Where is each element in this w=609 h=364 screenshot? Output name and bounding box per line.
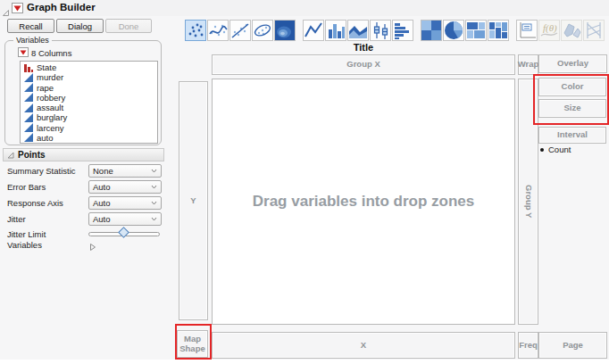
smoother-chart-icon[interactable] bbox=[207, 20, 229, 41]
chevron-down-icon bbox=[151, 201, 157, 205]
continuous-column-icon bbox=[24, 113, 33, 122]
ellipse-chart-icon[interactable] bbox=[252, 20, 273, 41]
summary-statistic-label: Summary Statistic bbox=[7, 166, 76, 176]
column-name: robbery bbox=[37, 93, 65, 103]
drop-zone-size[interactable]: Size bbox=[538, 99, 606, 118]
continuous-column-icon bbox=[24, 133, 33, 142]
column-name: burglary bbox=[37, 112, 67, 122]
column-name: larceny bbox=[37, 123, 64, 133]
page-title: Graph Builder bbox=[27, 2, 96, 12]
drop-zone-page[interactable]: Page bbox=[538, 332, 607, 359]
caption-box-icon[interactable] bbox=[516, 20, 538, 41]
empty-plot-message: Drag variables into drop zones bbox=[253, 193, 474, 211]
drop-zone-x[interactable]: X bbox=[212, 332, 515, 359]
bottom-margin bbox=[0, 360, 609, 364]
continuous-column-icon bbox=[24, 103, 33, 112]
continuous-column-icon bbox=[24, 93, 33, 102]
formula-icon[interactable]: f(θ) bbox=[538, 20, 560, 41]
drop-zone-map-shape[interactable]: Map Shape bbox=[177, 330, 208, 358]
treemap-chart-icon[interactable] bbox=[465, 20, 487, 41]
red-triangle-icon bbox=[13, 5, 21, 12]
box-plot-chart-icon[interactable] bbox=[370, 20, 391, 41]
count-marker-icon bbox=[540, 148, 544, 152]
drop-zone-freq[interactable]: Freq bbox=[518, 332, 538, 359]
continuous-column-icon bbox=[24, 123, 33, 132]
contour-chart-icon[interactable] bbox=[274, 20, 296, 41]
columns-count-label: 8 Columns bbox=[31, 48, 71, 58]
element-type-toolbar: f(θ) bbox=[185, 20, 609, 41]
list-item-murder[interactable]: murder bbox=[21, 72, 157, 82]
plot-area[interactable]: Drag variables into drop zones bbox=[212, 79, 515, 325]
drop-zone-color[interactable]: Color bbox=[538, 78, 606, 96]
drop-zone-group-y[interactable]: Group Y bbox=[518, 79, 538, 325]
list-item-assault[interactable]: assault bbox=[21, 103, 157, 112]
drop-zone-overlay[interactable]: Overlay bbox=[538, 54, 607, 73]
summary-statistic-select[interactable]: None bbox=[88, 164, 162, 178]
summary-statistic-value: None bbox=[93, 166, 113, 176]
collapse-triangle-icon bbox=[7, 152, 14, 159]
area-chart-icon[interactable] bbox=[347, 20, 369, 41]
legend-count-label: Count bbox=[548, 145, 571, 154]
columns-red-triangle-button[interactable] bbox=[18, 47, 29, 57]
window-header: Graph Builder bbox=[0, 0, 609, 16]
chevron-down-icon bbox=[151, 169, 157, 173]
toolbar-group-extras: f(θ) bbox=[516, 20, 605, 41]
response-axis-value: Auto bbox=[93, 198, 111, 208]
column-name: assault bbox=[37, 103, 63, 112]
mosaic-chart-icon[interactable] bbox=[488, 20, 509, 41]
line-chart-icon[interactable] bbox=[303, 20, 324, 41]
error-bars-select[interactable]: Auto bbox=[88, 180, 162, 194]
jitter-select[interactable]: Auto bbox=[88, 212, 162, 226]
points-chart-icon[interactable] bbox=[185, 20, 206, 41]
column-name: rape bbox=[37, 83, 54, 93]
continuous-column-icon bbox=[24, 73, 33, 82]
line-of-fit-chart-icon[interactable] bbox=[229, 20, 251, 41]
list-item-larceny[interactable]: larceny bbox=[21, 123, 157, 133]
column-list: State murder rape robbery assault burgla… bbox=[20, 61, 158, 144]
svg-text:f(θ): f(θ) bbox=[543, 22, 557, 34]
variables-row-label: Variables bbox=[7, 240, 42, 250]
toolbar-group-lines-bars bbox=[303, 20, 413, 41]
graph-title: Title bbox=[212, 42, 515, 53]
points-panel-header[interactable]: Points bbox=[3, 148, 164, 161]
drop-zone-interval[interactable]: Interval bbox=[538, 127, 606, 144]
parallel-plot-icon[interactable] bbox=[583, 20, 605, 41]
response-axis-select[interactable]: Auto bbox=[88, 196, 162, 210]
chevron-down-icon bbox=[151, 217, 157, 221]
list-item-robbery[interactable]: robbery bbox=[21, 93, 157, 103]
nominal-column-icon bbox=[24, 63, 33, 72]
map-shapes-icon[interactable] bbox=[561, 20, 582, 41]
chevron-down-icon bbox=[151, 185, 157, 189]
toolbar-group-areas bbox=[421, 20, 509, 41]
error-bars-value: Auto bbox=[93, 182, 111, 192]
recall-button[interactable]: Recall bbox=[7, 19, 54, 33]
toolbar-group-points bbox=[185, 20, 296, 41]
legend-item-count: Count bbox=[540, 145, 571, 154]
heatmap-chart-icon[interactable] bbox=[421, 20, 442, 41]
error-bars-label: Error Bars bbox=[7, 182, 46, 192]
list-item-rape[interactable]: rape bbox=[21, 83, 157, 93]
drop-zone-y[interactable]: Y bbox=[179, 81, 208, 320]
list-item-auto[interactable]: auto bbox=[21, 133, 157, 143]
points-panel-title: Points bbox=[18, 150, 46, 160]
done-button[interactable]: Done bbox=[105, 19, 152, 33]
histogram-chart-icon[interactable] bbox=[392, 20, 413, 41]
variables-panel-title: Variables bbox=[13, 36, 52, 45]
list-item-burglary[interactable]: burglary bbox=[21, 112, 157, 122]
disclosure-right-icon bbox=[89, 243, 96, 252]
drop-zone-wrap[interactable]: Wrap bbox=[518, 54, 538, 75]
response-axis-label: Response Axis bbox=[7, 198, 63, 208]
list-item-state[interactable]: State bbox=[21, 62, 157, 72]
bar-chart-icon[interactable] bbox=[325, 20, 346, 41]
pie-chart-icon[interactable] bbox=[443, 20, 464, 41]
jitter-label: Jitter bbox=[7, 214, 26, 224]
drop-zone-group-x[interactable]: Group X bbox=[212, 54, 515, 75]
red-triangle-icon bbox=[20, 50, 27, 55]
jitter-value: Auto bbox=[93, 214, 111, 224]
dialog-button[interactable]: Dialog bbox=[56, 19, 104, 33]
continuous-column-icon bbox=[24, 83, 33, 92]
red-triangle-menu-button[interactable] bbox=[12, 3, 23, 13]
variables-disclosure-button[interactable] bbox=[89, 239, 96, 255]
column-name: auto bbox=[37, 133, 54, 143]
jitter-limit-label: Jitter Limit bbox=[7, 229, 46, 239]
